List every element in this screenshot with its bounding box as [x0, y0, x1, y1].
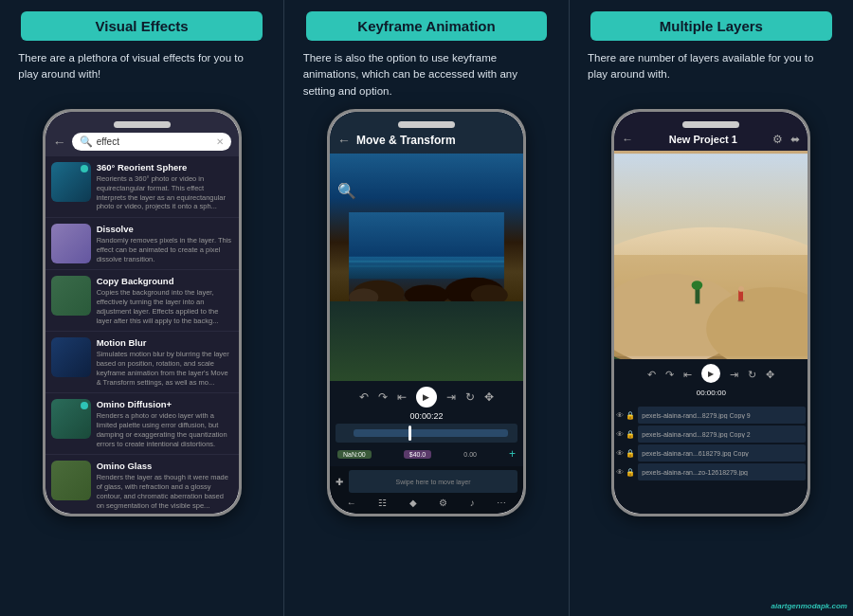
skip-forward-icon[interactable]: ⇥: [446, 390, 456, 404]
effect-name: Dissolve: [97, 224, 233, 234]
svg-rect-13: [614, 255, 808, 356]
kf-timeline-track: [354, 429, 508, 437]
kf-transport: ↶ ↷ ⇤ ▶ ⇥ ↻ ✥: [334, 387, 519, 408]
effect-item[interactable]: Motion Blur Simulates motion blur by blu…: [45, 332, 239, 393]
effects-topbar: ← 🔍 effect ✕: [45, 112, 239, 156]
redo-icon[interactable]: ↷: [378, 390, 388, 404]
effect-text: 360° Reorient Sphere Reorients a 360° ph…: [97, 162, 233, 211]
layer-lock-icon[interactable]: 🔒: [626, 430, 635, 439]
effect-item[interactable]: Copy Background Copies the background in…: [45, 270, 239, 332]
layer-label: pexels-alaina-ran...zo-12618279.jpg: [642, 469, 748, 476]
fx-icon[interactable]: ⚙: [439, 498, 447, 508]
share-icon[interactable]: ⬌: [790, 133, 800, 146]
clear-search-icon[interactable]: ✕: [216, 136, 224, 147]
ml-play-button[interactable]: ▶: [701, 364, 720, 383]
effect-thumb: [51, 224, 91, 263]
ml-undo-icon[interactable]: ↶: [647, 369, 656, 381]
kf-timeline[interactable]: [336, 424, 517, 443]
back-arrow-icon[interactable]: ←: [53, 135, 66, 150]
kf-controls: ↶ ↷ ⇤ ▶ ⇥ ↻ ✥ 00:00:22 NaN:00 $40.0 0.00: [330, 381, 523, 466]
effect-thumb: [51, 276, 91, 316]
kf-layer-tools: ✚ Swipe here to move layer: [336, 470, 517, 493]
effect-desc: Renders the layer as though it were made…: [97, 473, 233, 510]
layer-eye-icon[interactable]: 👁: [616, 449, 624, 458]
back-icon-2[interactable]: ←: [347, 498, 356, 508]
effect-name: Copy Background: [97, 276, 233, 286]
kf-time-display: 00:00:22: [334, 411, 519, 421]
kf-bottom-icons: ← ☷ ◆ ⚙ ♪ ⋯: [336, 496, 517, 510]
layer-controls: 👁 🔒: [616, 468, 635, 477]
anchor-icon[interactable]: ✚: [336, 477, 343, 487]
mask-icon[interactable]: ◆: [409, 498, 417, 508]
ml-skip-forward-icon[interactable]: ⇥: [730, 369, 738, 381]
svg-point-15: [692, 281, 703, 290]
ml-transport-bar: ↶ ↷ ⇤ ▶ ⇥ ↻ ✥ 00:00:00: [614, 359, 808, 405]
visual-effects-desc: There are a plethora of visual effects f…: [18, 50, 265, 100]
transform-icon[interactable]: ☷: [378, 498, 387, 508]
audio-icon[interactable]: ♪: [470, 498, 475, 508]
more-icon[interactable]: ⋯: [497, 498, 506, 508]
effect-thumb: [51, 162, 91, 202]
skip-back-icon[interactable]: ⇤: [397, 390, 407, 404]
effect-thumb: [51, 399, 91, 439]
ml-skip-back-icon[interactable]: ⇤: [683, 369, 692, 381]
effect-item[interactable]: 360° Reorient Sphere Reorients a 360° ph…: [45, 156, 239, 218]
effect-item[interactable]: Omino Glass Renders the layer as though …: [45, 455, 239, 514]
ml-top-icons: ⚙ ⬌: [772, 133, 800, 146]
search-input-display[interactable]: effect: [97, 136, 119, 147]
multiple-layers-phone: ← New Project 1 ⚙ ⬌: [611, 109, 810, 516]
effect-text: Omino Diffusion+ Renders a photo or vide…: [97, 399, 233, 448]
zoom-icon[interactable]: 🔍: [337, 182, 356, 200]
green-dot-indicator: [81, 402, 88, 409]
play-button[interactable]: ▶: [416, 387, 437, 408]
loop-icon[interactable]: ↻: [465, 390, 475, 404]
layer-item[interactable]: 👁 🔒 pexels-alaina-rand...8279.jpg Copy 2: [616, 426, 806, 443]
effect-desc: Randomly removes pixels in the layer. Th…: [97, 236, 233, 263]
layer-item[interactable]: 👁 🔒 pexels-alaina-ran...618279.jpg Copy: [616, 444, 806, 462]
effect-item[interactable]: Dissolve Randomly removes pixels in the …: [45, 218, 239, 270]
layer-track[interactable]: pexels-alaina-ran...618279.jpg Copy: [638, 444, 806, 462]
layer-eye-icon[interactable]: 👁: [616, 430, 624, 439]
end-time-label: $40.0: [404, 450, 432, 459]
ml-time-display: 00:00:00: [618, 389, 804, 397]
offset-label: 0.00: [463, 451, 477, 458]
kf-layer-bar[interactable]: Swipe here to move layer: [349, 470, 517, 493]
ml-loop-icon[interactable]: ↻: [748, 369, 756, 381]
search-icon: 🔍: [80, 136, 93, 148]
visual-effects-phone: ← 🔍 effect ✕ 360° Reorient Sphere Reorie…: [43, 109, 242, 516]
ml-expand-icon[interactable]: ✥: [766, 369, 774, 381]
layer-label: pexels-alaina-rand...8279.jpg Copy 9: [642, 412, 750, 419]
effects-list: 360° Reorient Sphere Reorients a 360° ph…: [45, 156, 239, 514]
layer-controls: 👁 🔒: [616, 411, 635, 420]
ml-redo-icon[interactable]: ↷: [665, 369, 674, 381]
layer-track[interactable]: pexels-alaina-rand...8279.jpg Copy 2: [638, 426, 806, 443]
kf-playhead[interactable]: [408, 426, 411, 441]
layer-controls: 👁 🔒: [616, 449, 635, 458]
effect-name: Omino Glass: [97, 461, 233, 471]
kf-layer-area: ✚ Swipe here to move layer ← ☷ ◆ ⚙ ♪ ⋯: [330, 466, 523, 514]
layer-track[interactable]: pexels-alaina-rand...8279.jpg Copy 9: [638, 407, 806, 424]
add-layer-icon[interactable]: +: [509, 447, 516, 461]
layer-track[interactable]: pexels-alaina-ran...zo-12618279.jpg: [638, 463, 806, 480]
layer-label: pexels-alaina-rand...8279.jpg Copy 2: [642, 431, 750, 438]
kf-back-icon[interactable]: ←: [337, 133, 351, 148]
layer-eye-icon[interactable]: 👁: [616, 468, 624, 477]
layer-lock-icon[interactable]: 🔒: [626, 411, 635, 420]
effect-text: Motion Blur Simulates motion blur by blu…: [97, 337, 233, 387]
expand-icon[interactable]: ✥: [484, 390, 494, 404]
ml-back-icon[interactable]: ←: [622, 133, 633, 146]
ml-layers-panel: 👁 🔒 pexels-alaina-rand...8279.jpg Copy 9…: [614, 405, 808, 514]
undo-icon[interactable]: ↶: [359, 390, 369, 404]
effect-name: Omino Diffusion+: [97, 399, 233, 409]
svg-point-17: [738, 286, 744, 292]
layer-eye-icon[interactable]: 👁: [616, 411, 624, 420]
layer-item[interactable]: 👁 🔒 pexels-alaina-rand...8279.jpg Copy 9: [616, 407, 806, 424]
settings-icon[interactable]: ⚙: [772, 133, 783, 146]
layer-lock-icon[interactable]: 🔒: [626, 449, 635, 458]
keyframe-animation-desc: There is also the option to use keyframe…: [303, 50, 551, 100]
layer-lock-icon[interactable]: 🔒: [626, 468, 635, 477]
search-bar[interactable]: 🔍 effect ✕: [72, 133, 231, 151]
ocean-scene: [330, 154, 523, 301]
effect-item[interactable]: Omino Diffusion+ Renders a photo or vide…: [45, 393, 239, 455]
layer-item[interactable]: 👁 🔒 pexels-alaina-ran...zo-12618279.jpg: [616, 463, 806, 480]
